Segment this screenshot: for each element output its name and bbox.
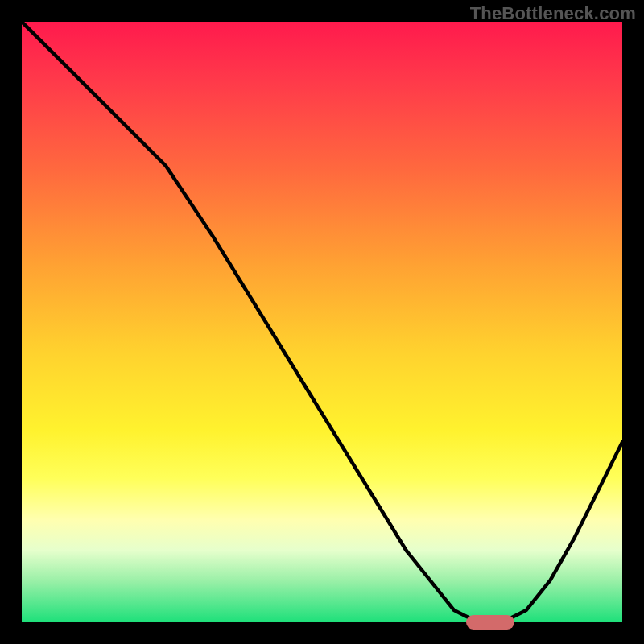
chart-frame: TheBottleneck.com [0, 0, 644, 644]
plot-area [22, 22, 622, 622]
watermark-text: TheBottleneck.com [470, 3, 636, 24]
